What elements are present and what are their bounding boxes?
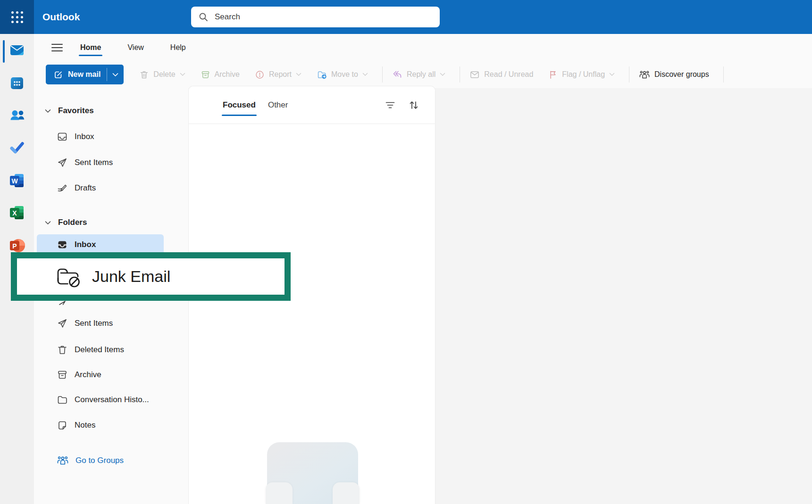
sidebar-item-label: Inbox	[75, 132, 94, 141]
report-shield-icon	[255, 70, 265, 80]
ribbon: Home View Help New mail	[34, 34, 812, 88]
word-icon: W	[8, 172, 25, 189]
report-button[interactable]: Report	[250, 65, 307, 84]
folder-icon	[57, 394, 68, 405]
sidebar-item-conversation-history[interactable]: Conversation Histo...	[57, 392, 149, 408]
chevron-down-icon	[362, 73, 368, 76]
send-icon	[57, 318, 68, 329]
search-input[interactable]	[214, 12, 419, 22]
sidebar-item-label: Drafts	[75, 183, 96, 193]
powerpoint-icon: P	[8, 237, 25, 254]
svg-text:W: W	[11, 177, 18, 185]
reply-all-icon	[392, 70, 402, 79]
sidebar-item-label: Deleted Items	[75, 345, 124, 355]
note-icon	[57, 420, 68, 431]
sidebar-item-archive[interactable]: Archive	[57, 367, 101, 383]
sidebar-item-deleted-items[interactable]: Deleted Items	[57, 342, 124, 358]
section-label: Favorites	[58, 106, 94, 116]
envelope-icon	[469, 70, 480, 79]
rail-item-powerpoint[interactable]: P	[8, 237, 25, 254]
toolbar-label: Move to	[331, 70, 358, 79]
rail-item-outlook[interactable]	[8, 41, 25, 58]
inbox-icon	[57, 131, 68, 142]
toolbar-separator	[460, 66, 460, 83]
favorites-section-header[interactable]: Favorites	[45, 103, 94, 119]
folders-section-header[interactable]: Folders	[45, 215, 87, 231]
junk-folder-icon	[55, 265, 81, 288]
outlook-mail-icon	[8, 41, 25, 58]
sidebar-item-sent-items[interactable]: Sent Items	[57, 315, 113, 331]
flag-unflag-button[interactable]: Flag / Unflag	[543, 65, 620, 84]
tab-other[interactable]: Other	[268, 100, 288, 110]
people-group-icon	[57, 455, 69, 466]
filter-icon[interactable]	[385, 101, 395, 109]
toolbar-label: Archive	[215, 70, 240, 79]
trash-icon	[139, 70, 149, 80]
sidebar-item-notes[interactable]: Notes	[57, 417, 95, 433]
reply-all-button[interactable]: Reply all	[387, 65, 451, 84]
new-mail-button[interactable]: New mail	[46, 65, 124, 84]
chevron-down-icon	[440, 73, 445, 76]
rail-item-todo[interactable]	[8, 139, 25, 156]
sort-icon[interactable]	[409, 100, 419, 110]
toolbar-separator	[629, 66, 629, 83]
todo-check-icon	[8, 139, 25, 156]
app-title: Outlook	[42, 0, 80, 34]
svg-text:X: X	[12, 209, 17, 217]
drafts-icon	[57, 182, 68, 194]
excel-icon: X	[8, 204, 25, 221]
sidebar-item-sent-favorite[interactable]: Sent Items	[57, 155, 113, 171]
people-group-icon	[639, 70, 650, 80]
top-bar: Outlook	[0, 0, 812, 34]
chevron-down-icon	[45, 109, 51, 113]
tab-view[interactable]: View	[127, 43, 143, 52]
tab-help[interactable]: Help	[170, 43, 186, 52]
archive-button[interactable]: Archive	[195, 65, 245, 84]
search-icon	[198, 12, 209, 22]
waffle-icon	[11, 11, 23, 23]
junk-email-callout[interactable]: Junk Email	[11, 252, 291, 301]
hidden-row-icon-fragment	[59, 301, 67, 305]
move-to-button[interactable]: Move to	[311, 65, 373, 84]
rail-item-calendar[interactable]	[8, 74, 25, 91]
go-to-groups-link[interactable]: Go to Groups	[57, 453, 124, 469]
ribbon-tabs-row: Home View Help	[34, 34, 812, 61]
toolbar-label: Read / Unread	[484, 70, 533, 79]
app-launcher-button[interactable]	[0, 0, 34, 34]
rail-selection-indicator	[3, 40, 5, 63]
sidebar-item-label: Sent Items	[75, 319, 113, 328]
delete-button[interactable]: Delete	[134, 65, 190, 84]
hamburger-menu-button[interactable]	[51, 42, 63, 53]
rail-item-people[interactable]	[8, 107, 25, 124]
sidebar-item-inbox-favorite[interactable]: Inbox	[57, 129, 94, 145]
sidebar-item-label: Archive	[75, 370, 101, 380]
tab-home[interactable]: Home	[80, 43, 101, 52]
toolbar-label: Report	[269, 70, 292, 79]
section-label: Folders	[58, 218, 87, 227]
sidebar-item-label: Sent Items	[75, 158, 113, 167]
new-mail-dropdown[interactable]	[107, 65, 124, 84]
sidebar-item-inbox[interactable]: Inbox	[57, 237, 96, 253]
calendar-icon	[8, 74, 25, 91]
toolbar-label: Flag / Unflag	[562, 70, 605, 79]
sidebar-item-label: Conversation Histo...	[75, 395, 149, 405]
toolbar-separator	[723, 66, 724, 83]
empty-state-illustration	[267, 442, 358, 504]
rail-item-excel[interactable]: X	[8, 204, 25, 221]
new-mail-label: New mail	[68, 70, 100, 79]
read-unread-button[interactable]: Read / Unread	[464, 65, 538, 84]
search-box[interactable]	[191, 7, 440, 27]
people-icon	[8, 107, 25, 124]
sidebar-item-label: Inbox	[75, 240, 96, 249]
toolbar-label: Reply all	[407, 70, 435, 79]
ribbon-toolbar: New mail Delete	[34, 61, 812, 88]
rail-item-word[interactable]: W	[8, 172, 25, 189]
chevron-down-icon	[180, 73, 185, 76]
send-icon	[57, 157, 68, 168]
tab-focused[interactable]: Focused	[223, 100, 256, 110]
sidebar-item-label: Go to Groups	[75, 456, 124, 465]
svg-text:P: P	[12, 242, 17, 250]
discover-groups-button[interactable]: Discover groups	[634, 65, 714, 84]
sidebar-item-drafts-favorite[interactable]: Drafts	[57, 180, 96, 196]
junk-email-callout-label: Junk Email	[92, 267, 170, 286]
